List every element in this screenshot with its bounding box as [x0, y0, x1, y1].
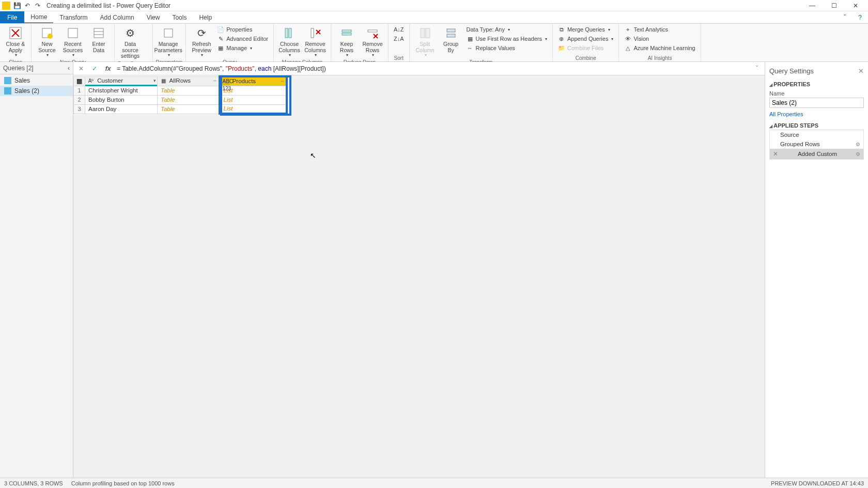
advanced-editor-button[interactable]: ✎Advanced Editor: [215, 34, 270, 43]
column-header-allrows[interactable]: ▦ AllRows ↔: [158, 76, 220, 86]
maximize-button[interactable]: ☐: [824, 1, 844, 11]
svg-rect-12: [311, 28, 314, 38]
table-row[interactable]: 1Christopher WrightTableList: [74, 86, 287, 95]
choose-columns-button[interactable]: Choose Columns: [277, 25, 302, 59]
vision-button[interactable]: 👁Vision: [622, 34, 697, 43]
filter-icon[interactable]: ▾: [153, 78, 156, 83]
query-name-input[interactable]: [769, 98, 864, 108]
sort-desc-button[interactable]: Z↓A: [392, 34, 406, 43]
step-grouped-rows[interactable]: Grouped Rows⚙: [770, 139, 863, 149]
properties-button[interactable]: 📄Properties: [215, 25, 270, 34]
help-info-button[interactable]: ?: [852, 11, 868, 23]
close-button[interactable]: ✕: [845, 1, 866, 11]
tab-help[interactable]: Help: [193, 11, 218, 23]
cell-allrows[interactable]: Table: [158, 86, 220, 95]
table-corner[interactable]: ▦: [74, 76, 85, 86]
save-icon[interactable]: 💾: [12, 1, 22, 10]
combine-files-button[interactable]: 📁Combine Files: [556, 43, 616, 53]
tab-tools[interactable]: Tools: [166, 11, 193, 23]
data-source-settings-button[interactable]: ⚙Data source settings: [118, 25, 143, 60]
tab-add-column[interactable]: Add Column: [94, 11, 141, 23]
column-header-products[interactable]: ABC123 Products ↔: [220, 76, 287, 86]
step-source[interactable]: Source: [770, 130, 863, 139]
data-type-button[interactable]: Data Type: Any: [464, 25, 549, 34]
window-controls: — ☐ ✕: [802, 1, 866, 11]
formula-expand-icon[interactable]: ˇ: [752, 64, 762, 73]
vision-icon: 👁: [624, 35, 631, 42]
manage-parameters-button[interactable]: Manage Parameters: [156, 25, 181, 59]
delete-step-icon[interactable]: ✕: [773, 150, 778, 158]
expand-icon[interactable]: ↔: [280, 78, 285, 84]
combine-files-icon: 📁: [558, 44, 565, 52]
redo-icon[interactable]: ↷: [33, 1, 42, 10]
query-item-sales2[interactable]: Sales (2): [0, 86, 73, 96]
undo-icon[interactable]: ↶: [23, 1, 32, 10]
table-row[interactable]: 3Aaron DayTableList: [74, 104, 287, 114]
replace-values-button[interactable]: ↔Replace Values: [464, 43, 549, 53]
split-column-button[interactable]: Split Column: [413, 25, 438, 59]
group-reduce-rows: Keep Rows Remove Rows Reduce Rows: [331, 24, 389, 61]
parameters-icon: [161, 26, 176, 40]
minimize-button[interactable]: —: [802, 1, 823, 11]
manage-button[interactable]: ▦Manage: [215, 43, 270, 53]
cell-allrows[interactable]: Table: [158, 104, 220, 114]
gear-icon[interactable]: ⚙: [856, 141, 860, 147]
merge-icon: ⧉: [558, 26, 565, 33]
append-queries-button[interactable]: ⊕Append Queries: [556, 34, 616, 43]
tab-home[interactable]: Home: [24, 11, 53, 23]
group-manage-columns: Choose Columns Remove Columns Manage Col…: [274, 24, 331, 61]
cell-products[interactable]: List: [220, 104, 287, 114]
name-label: Name: [769, 88, 864, 97]
sort-asc-button[interactable]: A↓Z: [392, 25, 406, 34]
all-properties-link[interactable]: All Properties: [769, 109, 864, 119]
tab-file[interactable]: File: [0, 11, 24, 23]
group-by-button[interactable]: Group By: [439, 25, 463, 54]
enter-data-button[interactable]: Enter Data: [86, 25, 111, 54]
gear-icon[interactable]: ⚙: [856, 151, 860, 157]
formula-input[interactable]: = Table.AddColumn(#"Grouped Rows", "Prod…: [117, 65, 748, 72]
cell-customer[interactable]: Aaron Day: [85, 104, 158, 114]
editor-icon: ✎: [217, 35, 224, 42]
row-number[interactable]: 1: [74, 86, 85, 95]
collapse-queries-icon[interactable]: ‹: [68, 65, 70, 72]
step-added-custom[interactable]: ✕Added Custom⚙: [770, 149, 863, 159]
expand-icon[interactable]: ↔: [213, 78, 218, 83]
recent-sources-button[interactable]: Recent Sources: [60, 25, 85, 59]
cell-allrows[interactable]: Table: [158, 95, 220, 104]
table-row[interactable]: 2Bobby BurtonTableList: [74, 95, 287, 104]
keep-rows-button[interactable]: Keep Rows: [334, 25, 359, 59]
remove-columns-button[interactable]: Remove Columns: [303, 25, 328, 59]
group-ai-insights: ⌖Text Analytics 👁Vision △Azure Machine L…: [619, 24, 701, 61]
query-item-sales[interactable]: Sales: [0, 75, 73, 86]
applied-steps-header[interactable]: APPLIED STEPS: [769, 119, 864, 130]
tab-transform[interactable]: Transform: [53, 11, 94, 23]
azure-ml-button[interactable]: △Azure Machine Learning: [622, 43, 697, 53]
svg-rect-6: [94, 28, 103, 38]
cancel-formula-icon[interactable]: ✕: [76, 64, 86, 73]
cell-customer[interactable]: Bobby Burton: [85, 95, 158, 104]
remove-rows-button[interactable]: Remove Rows: [360, 25, 385, 59]
close-apply-button[interactable]: Close & Apply: [3, 25, 28, 59]
merge-queries-button[interactable]: ⧉Merge Queries: [556, 25, 616, 34]
azure-ml-icon: △: [624, 44, 631, 52]
grid-wrap: ▦ Aᵇ Customer ▾ ▦ AllRows ↔: [73, 75, 765, 478]
content-area: Queries [2] ‹ Sales Sales (2) ✕ ✓ fx = T…: [0, 62, 868, 478]
tab-view[interactable]: View: [141, 11, 166, 23]
cell-customer[interactable]: Christopher Wright: [85, 86, 158, 95]
fx-icon[interactable]: fx: [103, 64, 113, 73]
row-number[interactable]: 2: [74, 95, 85, 104]
first-row-headers-button[interactable]: ▦Use First Row as Headers: [464, 34, 549, 43]
accept-formula-icon[interactable]: ✓: [90, 64, 99, 73]
sort-asc-icon: A↓Z: [394, 26, 404, 33]
new-source-button[interactable]: New Source: [35, 25, 59, 59]
column-header-customer[interactable]: Aᵇ Customer ▾: [85, 76, 158, 86]
svg-rect-10: [285, 28, 288, 38]
data-grid[interactable]: ▦ Aᵇ Customer ▾ ▦ AllRows ↔: [73, 75, 288, 115]
cell-products[interactable]: List: [220, 95, 287, 104]
ribbon-collapse-button[interactable]: ˇ: [838, 11, 852, 23]
close-settings-icon[interactable]: ✕: [858, 67, 864, 75]
properties-section-header[interactable]: PROPERTIES: [769, 78, 864, 88]
text-analytics-button[interactable]: ⌖Text Analytics: [622, 25, 697, 34]
row-number[interactable]: 3: [74, 104, 85, 114]
refresh-preview-button[interactable]: ⟳Refresh Preview: [189, 25, 214, 59]
